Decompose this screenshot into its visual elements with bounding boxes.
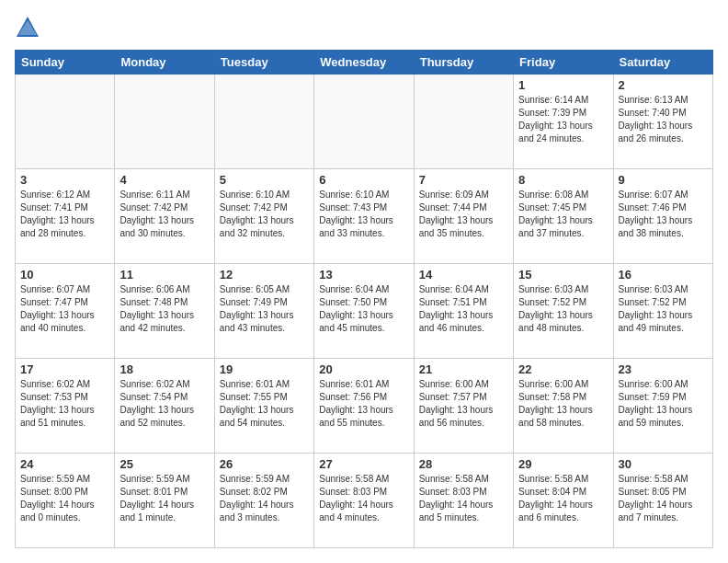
calendar-week-1: 1Sunrise: 6:14 AM Sunset: 7:39 PM Daylig… xyxy=(16,75,713,169)
day-info: Sunrise: 5:59 AM Sunset: 8:00 PM Dayligh… xyxy=(20,473,109,524)
calendar-cell: 19Sunrise: 6:01 AM Sunset: 7:55 PM Dayli… xyxy=(214,359,313,454)
calendar-cell: 25Sunrise: 5:59 AM Sunset: 8:01 PM Dayli… xyxy=(115,454,214,548)
day-info: Sunrise: 6:05 AM Sunset: 7:49 PM Dayligh… xyxy=(220,283,309,335)
day-info: Sunrise: 6:10 AM Sunset: 7:42 PM Dayligh… xyxy=(220,189,309,240)
day-info: Sunrise: 6:14 AM Sunset: 7:39 PM Dayligh… xyxy=(518,94,608,145)
day-number: 6 xyxy=(319,173,408,187)
calendar-cell: 5Sunrise: 6:10 AM Sunset: 7:42 PM Daylig… xyxy=(214,169,313,264)
day-info: Sunrise: 6:06 AM Sunset: 7:48 PM Dayligh… xyxy=(119,283,209,335)
day-number: 14 xyxy=(419,268,508,282)
calendar-cell: 20Sunrise: 6:01 AM Sunset: 7:56 PM Dayli… xyxy=(314,359,414,454)
day-number: 30 xyxy=(619,457,708,471)
calendar-cell xyxy=(414,75,513,169)
day-number: 17 xyxy=(20,362,109,376)
weekday-header-tuesday: Tuesday xyxy=(214,51,313,75)
calendar-cell: 24Sunrise: 5:59 AM Sunset: 8:00 PM Dayli… xyxy=(16,454,115,548)
day-info: Sunrise: 6:03 AM Sunset: 7:52 PM Dayligh… xyxy=(619,283,708,335)
day-number: 9 xyxy=(619,173,708,187)
day-info: Sunrise: 6:01 AM Sunset: 7:55 PM Dayligh… xyxy=(220,378,309,430)
day-number: 1 xyxy=(518,78,608,92)
weekday-header-saturday: Saturday xyxy=(613,51,712,75)
day-number: 11 xyxy=(119,268,209,282)
day-info: Sunrise: 6:00 AM Sunset: 7:57 PM Dayligh… xyxy=(419,378,508,430)
day-number: 25 xyxy=(119,457,209,471)
calendar-cell xyxy=(214,75,313,169)
page: SundayMondayTuesdayWednesdayThursdayFrid… xyxy=(0,0,728,563)
day-info: Sunrise: 6:09 AM Sunset: 7:44 PM Dayligh… xyxy=(419,189,508,240)
day-info: Sunrise: 6:10 AM Sunset: 7:43 PM Dayligh… xyxy=(319,189,408,240)
day-number: 21 xyxy=(419,362,508,376)
day-number: 16 xyxy=(619,268,708,282)
day-number: 27 xyxy=(319,457,408,471)
day-number: 5 xyxy=(220,173,309,187)
calendar-cell: 8Sunrise: 6:08 AM Sunset: 7:45 PM Daylig… xyxy=(514,169,613,264)
weekday-header-monday: Monday xyxy=(115,51,214,75)
day-number: 22 xyxy=(518,362,608,376)
calendar-cell: 28Sunrise: 5:58 AM Sunset: 8:03 PM Dayli… xyxy=(414,454,513,548)
day-number: 20 xyxy=(319,362,408,376)
calendar-cell: 6Sunrise: 6:10 AM Sunset: 7:43 PM Daylig… xyxy=(314,169,414,264)
day-info: Sunrise: 6:04 AM Sunset: 7:51 PM Dayligh… xyxy=(419,283,508,335)
day-info: Sunrise: 6:03 AM Sunset: 7:52 PM Dayligh… xyxy=(518,283,608,335)
logo-icon xyxy=(15,15,40,40)
weekday-header-friday: Friday xyxy=(514,51,613,75)
day-number: 18 xyxy=(119,362,209,376)
calendar-cell: 4Sunrise: 6:11 AM Sunset: 7:42 PM Daylig… xyxy=(115,169,214,264)
calendar-cell xyxy=(115,75,214,169)
calendar-cell: 23Sunrise: 6:00 AM Sunset: 7:59 PM Dayli… xyxy=(613,359,712,454)
calendar-table: SundayMondayTuesdayWednesdayThursdayFrid… xyxy=(15,50,713,548)
day-number: 4 xyxy=(119,173,209,187)
calendar-cell: 21Sunrise: 6:00 AM Sunset: 7:57 PM Dayli… xyxy=(414,359,513,454)
calendar-cell: 10Sunrise: 6:07 AM Sunset: 7:47 PM Dayli… xyxy=(16,264,115,359)
day-number: 28 xyxy=(419,457,508,471)
calendar-cell: 9Sunrise: 6:07 AM Sunset: 7:46 PM Daylig… xyxy=(613,169,712,264)
day-number: 3 xyxy=(20,173,109,187)
day-info: Sunrise: 6:08 AM Sunset: 7:45 PM Dayligh… xyxy=(518,189,608,240)
calendar-cell: 29Sunrise: 5:58 AM Sunset: 8:04 PM Dayli… xyxy=(514,454,613,548)
calendar-cell: 27Sunrise: 5:58 AM Sunset: 8:03 PM Dayli… xyxy=(314,454,414,548)
calendar-cell: 15Sunrise: 6:03 AM Sunset: 7:52 PM Dayli… xyxy=(514,264,613,359)
header xyxy=(15,15,713,40)
day-info: Sunrise: 6:13 AM Sunset: 7:40 PM Dayligh… xyxy=(619,94,708,145)
day-info: Sunrise: 5:59 AM Sunset: 8:02 PM Dayligh… xyxy=(220,473,309,524)
day-number: 23 xyxy=(619,362,708,376)
day-info: Sunrise: 6:04 AM Sunset: 7:50 PM Dayligh… xyxy=(319,283,408,335)
day-number: 15 xyxy=(518,268,608,282)
day-info: Sunrise: 6:07 AM Sunset: 7:46 PM Dayligh… xyxy=(619,189,708,240)
weekday-header-thursday: Thursday xyxy=(414,51,513,75)
calendar-cell: 12Sunrise: 6:05 AM Sunset: 7:49 PM Dayli… xyxy=(214,264,313,359)
calendar-cell: 7Sunrise: 6:09 AM Sunset: 7:44 PM Daylig… xyxy=(414,169,513,264)
calendar-cell: 11Sunrise: 6:06 AM Sunset: 7:48 PM Dayli… xyxy=(115,264,214,359)
day-info: Sunrise: 6:02 AM Sunset: 7:54 PM Dayligh… xyxy=(119,378,209,430)
day-number: 8 xyxy=(518,173,608,187)
day-info: Sunrise: 5:59 AM Sunset: 8:01 PM Dayligh… xyxy=(119,473,209,524)
day-number: 26 xyxy=(220,457,309,471)
logo xyxy=(15,15,44,40)
calendar-cell: 26Sunrise: 5:59 AM Sunset: 8:02 PM Dayli… xyxy=(214,454,313,548)
weekday-header-sunday: Sunday xyxy=(16,51,115,75)
day-info: Sunrise: 5:58 AM Sunset: 8:03 PM Dayligh… xyxy=(319,473,408,524)
day-info: Sunrise: 5:58 AM Sunset: 8:05 PM Dayligh… xyxy=(619,473,708,524)
calendar-cell: 17Sunrise: 6:02 AM Sunset: 7:53 PM Dayli… xyxy=(16,359,115,454)
day-info: Sunrise: 6:11 AM Sunset: 7:42 PM Dayligh… xyxy=(119,189,209,240)
calendar-week-4: 17Sunrise: 6:02 AM Sunset: 7:53 PM Dayli… xyxy=(16,359,713,454)
day-number: 2 xyxy=(619,78,708,92)
day-info: Sunrise: 6:07 AM Sunset: 7:47 PM Dayligh… xyxy=(20,283,109,335)
calendar-cell: 13Sunrise: 6:04 AM Sunset: 7:50 PM Dayli… xyxy=(314,264,414,359)
calendar-cell: 22Sunrise: 6:00 AM Sunset: 7:58 PM Dayli… xyxy=(514,359,613,454)
calendar-cell: 18Sunrise: 6:02 AM Sunset: 7:54 PM Dayli… xyxy=(115,359,214,454)
day-number: 19 xyxy=(220,362,309,376)
day-number: 24 xyxy=(20,457,109,471)
day-number: 10 xyxy=(20,268,109,282)
day-info: Sunrise: 5:58 AM Sunset: 8:04 PM Dayligh… xyxy=(518,473,608,524)
day-info: Sunrise: 6:01 AM Sunset: 7:56 PM Dayligh… xyxy=(319,378,408,430)
calendar-cell: 2Sunrise: 6:13 AM Sunset: 7:40 PM Daylig… xyxy=(613,75,712,169)
day-info: Sunrise: 5:58 AM Sunset: 8:03 PM Dayligh… xyxy=(419,473,508,524)
day-number: 13 xyxy=(319,268,408,282)
calendar-cell xyxy=(314,75,414,169)
day-info: Sunrise: 6:12 AM Sunset: 7:41 PM Dayligh… xyxy=(20,189,109,240)
calendar-header-row: SundayMondayTuesdayWednesdayThursdayFrid… xyxy=(16,51,713,75)
calendar-cell: 1Sunrise: 6:14 AM Sunset: 7:39 PM Daylig… xyxy=(514,75,613,169)
calendar-cell: 14Sunrise: 6:04 AM Sunset: 7:51 PM Dayli… xyxy=(414,264,513,359)
calendar-cell: 30Sunrise: 5:58 AM Sunset: 8:05 PM Dayli… xyxy=(613,454,712,548)
